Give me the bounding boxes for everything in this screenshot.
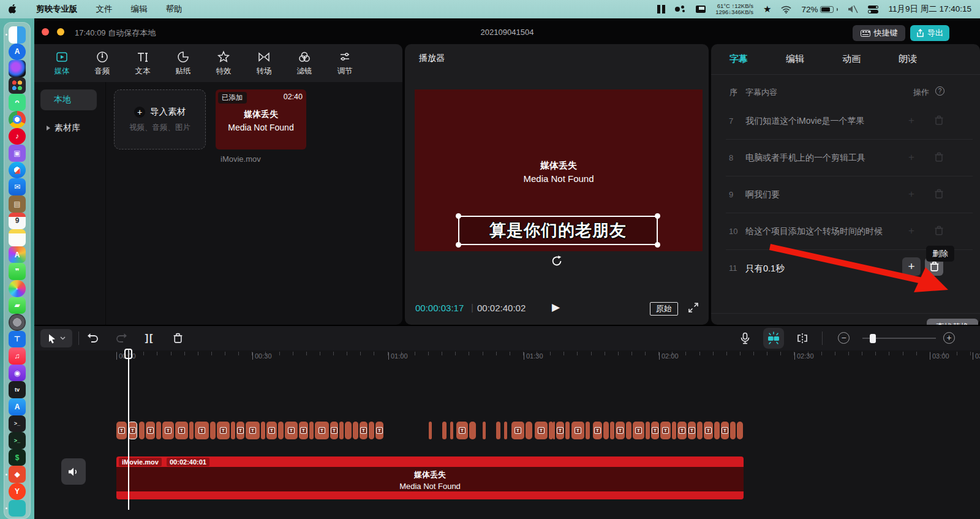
tab-animation[interactable]: 动画 — [842, 53, 861, 65]
tab-filters[interactable]: 滤镜 — [284, 50, 325, 77]
caption-row-9[interactable]: 9 啊我们要 + — [711, 176, 980, 213]
dock-icon-system-preferences[interactable] — [9, 314, 26, 331]
subtitle-clip[interactable]: T — [511, 422, 524, 439]
record-voiceover-button[interactable] — [737, 331, 752, 346]
subtitle-clip[interactable] — [730, 422, 736, 439]
subtitle-clip[interactable]: T — [651, 422, 659, 439]
menu-help[interactable]: 帮助 — [166, 4, 183, 15]
tab-captions[interactable]: 字幕 — [729, 53, 748, 65]
sidebar-item-library[interactable]: 素材库 — [40, 118, 97, 138]
volume-muted-icon[interactable] — [848, 5, 858, 13]
delete-caption-icon[interactable] — [934, 189, 945, 200]
select-tool-button[interactable] — [40, 329, 72, 347]
subtitle-clip[interactable]: T — [456, 422, 468, 439]
dock-icon-terminal-green[interactable]: $ — [9, 449, 26, 466]
dock-icon-teal-app-partial[interactable] — [9, 500, 26, 517]
zoom-out-button[interactable]: − — [838, 332, 850, 344]
subtitle-clip[interactable]: T — [195, 422, 209, 439]
subtitle-clip[interactable]: T — [535, 422, 548, 439]
subtitle-clip[interactable]: T — [660, 422, 671, 439]
subtitle-clip[interactable]: T — [721, 422, 729, 439]
dock-icon-dictionary[interactable]: ▤ — [9, 195, 26, 213]
subtitle-clip[interactable] — [156, 422, 161, 439]
subtitle-clip[interactable] — [646, 422, 650, 439]
caption-row-7[interactable]: 7 我们知道这个iMovie是一个苹果 + — [711, 103, 980, 140]
dock-icon-netease-music[interactable]: ♪ — [9, 128, 26, 145]
dock-icon-android-emulator[interactable]: ᴖ — [9, 94, 26, 111]
add-caption-icon[interactable]: + — [906, 115, 917, 126]
subtitle-clip[interactable]: T — [330, 422, 338, 439]
tab-read-aloud[interactable]: 朗读 — [899, 53, 917, 65]
subtitle-clip[interactable]: T — [236, 422, 244, 439]
smart-captions-button[interactable] — [763, 328, 784, 349]
subtitle-clip[interactable] — [442, 422, 447, 439]
subtitle-clip[interactable] — [737, 422, 743, 439]
dock-icon-podcasts[interactable]: ◉ — [9, 365, 26, 382]
subtitle-clip[interactable]: T — [704, 422, 713, 439]
tab-text[interactable]: 文本 — [123, 50, 163, 77]
subtitle-clip[interactable]: T — [162, 422, 174, 439]
dock-icon-music[interactable]: ♫ — [9, 347, 26, 365]
dock-icon-yandex[interactable]: Y — [9, 483, 26, 500]
subtitle-clip[interactable] — [697, 422, 703, 439]
help-icon[interactable]: ? — [935, 86, 944, 96]
menubar-clock[interactable]: 11月9日 周二 17:40:15 — [888, 4, 971, 15]
star-icon[interactable]: ★ — [763, 4, 771, 15]
subtitle-clip[interactable]: T — [116, 422, 127, 439]
delete-caption-icon[interactable] — [934, 225, 945, 237]
caption-row-8[interactable]: 8 电脑或者手机上的一个剪辑工具 + — [711, 140, 980, 176]
dock-icon-app-store-classic[interactable]: A — [9, 44, 26, 61]
istat-network-readout[interactable]: 61°C ↑12KB/s 1296↓346KB/s — [715, 3, 753, 16]
subtitle-clip[interactable]: T — [677, 422, 687, 439]
subtitle-clip[interactable]: T — [299, 422, 308, 439]
sidebar-item-local[interactable]: 本地 — [40, 89, 97, 110]
subtitle-clip[interactable] — [261, 422, 265, 439]
subtitle-clip[interactable] — [672, 422, 676, 439]
subtitle-clip[interactable] — [469, 422, 476, 439]
track-audio-toggle[interactable] — [61, 458, 86, 485]
subtitle-clip[interactable]: T — [688, 422, 696, 439]
subtitle-clip[interactable] — [496, 422, 500, 439]
subtitle-clip[interactable]: T — [616, 422, 625, 439]
timeline-ruler[interactable]: 00:0000:3001:0001:3002:0002:3003:0003: — [34, 350, 980, 364]
subtitle-clip[interactable] — [139, 422, 145, 439]
dock-icon-terminal-black[interactable]: >_ — [9, 415, 26, 433]
delete-tool-button[interactable] — [170, 331, 185, 346]
display-icon[interactable] — [696, 6, 706, 13]
subtitle-clip[interactable] — [565, 422, 570, 439]
resize-handle[interactable] — [456, 242, 461, 248]
preview-axis-button[interactable] — [795, 331, 810, 346]
add-caption-icon[interactable]: + — [906, 152, 917, 163]
dock-icon-photos[interactable]: ◦ — [9, 280, 26, 297]
subtitle-clip[interactable] — [483, 422, 486, 439]
caption-row-10[interactable]: 10 给这个项目添加这个转场时间的时候 + — [711, 213, 980, 250]
window-manager-icon[interactable] — [657, 5, 665, 13]
dock-icon-colorful-a-app[interactable]: A — [9, 246, 26, 263]
dock-icon-floppy-purple-app[interactable]: ▣ — [9, 145, 26, 162]
subtitle-clip[interactable] — [345, 422, 352, 439]
subtitle-clip[interactable] — [278, 422, 284, 439]
dock-icon-safari[interactable]: ◢ — [9, 162, 26, 179]
tab-effects[interactable]: 特效 — [203, 50, 244, 77]
subtitle-clip[interactable] — [369, 422, 374, 439]
subtitle-clip[interactable] — [610, 422, 614, 439]
subtitle-clip[interactable]: T — [556, 422, 564, 439]
dock-icon-app-store[interactable]: A — [9, 398, 26, 415]
wifi-icon[interactable] — [781, 6, 791, 13]
menu-edit[interactable]: 编辑 — [131, 4, 148, 15]
subtitle-clip[interactable] — [231, 422, 235, 439]
subtitle-clip[interactable]: T — [285, 422, 298, 439]
tab-stickers[interactable]: 贴纸 — [163, 50, 203, 77]
subtitle-clip[interactable]: T — [175, 422, 188, 439]
subtitle-clip[interactable]: T — [633, 422, 644, 439]
shortcut-keys-button[interactable]: 快捷键 — [853, 25, 905, 41]
subtitle-clip[interactable] — [210, 422, 216, 439]
apple-menu-icon[interactable] — [9, 4, 18, 15]
menu-file[interactable]: 文件 — [96, 4, 113, 15]
subtitle-clip[interactable]: T — [146, 422, 155, 439]
subtitle-clip[interactable]: T — [375, 422, 383, 439]
subtitle-clip[interactable]: T — [315, 422, 329, 439]
split-tool-button[interactable]: ][ — [142, 331, 157, 346]
dock-icon-keynote[interactable]: ⊤ — [9, 331, 26, 348]
video-preview[interactable]: 媒体丢失 Media Not Found 算是你们的老朋友 — [415, 89, 703, 251]
